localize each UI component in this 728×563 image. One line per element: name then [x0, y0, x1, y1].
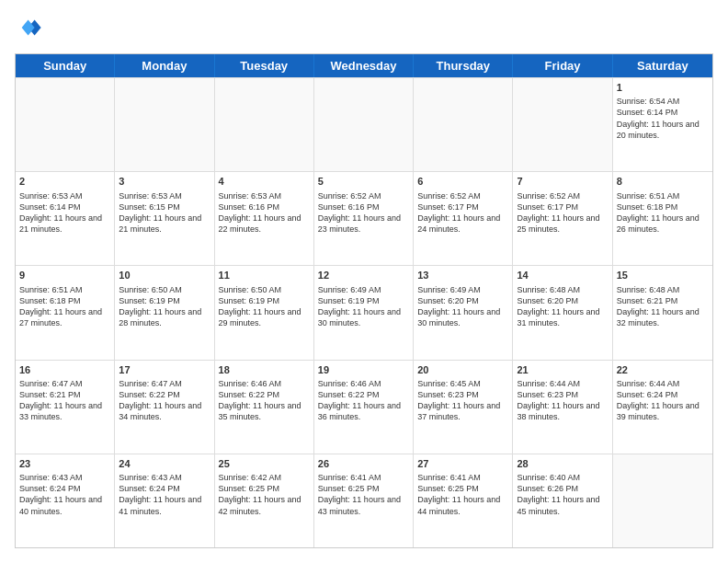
day-number: 10: [119, 269, 210, 282]
day-number: 9: [19, 269, 110, 282]
cal-cell-3-5: 13Sunrise: 6:49 AM Sunset: 6:20 PM Dayli…: [414, 266, 513, 359]
day-number: 1: [617, 81, 709, 94]
day-info: Sunrise: 6:47 AM Sunset: 6:21 PM Dayligh…: [19, 378, 110, 423]
cal-cell-1-5: [414, 78, 513, 171]
day-info: Sunrise: 6:45 AM Sunset: 6:23 PM Dayligh…: [417, 378, 508, 423]
cal-cell-3-6: 14Sunrise: 6:48 AM Sunset: 6:20 PM Dayli…: [513, 266, 612, 359]
cal-cell-5-4: 26Sunrise: 6:41 AM Sunset: 6:25 PM Dayli…: [314, 454, 414, 547]
calendar-page: SundayMondayTuesdayWednesdayThursdayFrid…: [0, 0, 728, 563]
day-number: 4: [219, 175, 310, 188]
day-info: Sunrise: 6:49 AM Sunset: 6:19 PM Dayligh…: [318, 284, 409, 329]
cal-cell-5-7: [613, 454, 712, 547]
day-info: Sunrise: 6:43 AM Sunset: 6:24 PM Dayligh…: [19, 472, 110, 517]
day-info: Sunrise: 6:53 AM Sunset: 6:16 PM Dayligh…: [219, 190, 310, 236]
day-number: 15: [617, 269, 709, 282]
day-number: 2: [19, 175, 110, 188]
cal-cell-3-7: 15Sunrise: 6:48 AM Sunset: 6:21 PM Dayli…: [613, 266, 712, 359]
weekday-header-tuesday: Tuesday: [215, 54, 314, 77]
day-number: 14: [517, 269, 608, 282]
weekday-header-friday: Friday: [513, 54, 612, 77]
cal-cell-2-2: 3Sunrise: 6:53 AM Sunset: 6:15 PM Daylig…: [115, 172, 214, 265]
day-info: Sunrise: 6:52 AM Sunset: 6:17 PM Dayligh…: [417, 190, 508, 236]
day-number: 26: [318, 457, 409, 470]
day-number: 24: [119, 457, 210, 470]
cal-cell-2-6: 7Sunrise: 6:52 AM Sunset: 6:17 PM Daylig…: [513, 172, 612, 265]
day-number: 8: [617, 175, 709, 188]
day-info: Sunrise: 6:43 AM Sunset: 6:24 PM Dayligh…: [119, 472, 210, 517]
day-number: 12: [318, 269, 409, 282]
weekday-header-monday: Monday: [115, 54, 214, 77]
cal-cell-5-6: 28Sunrise: 6:40 AM Sunset: 6:26 PM Dayli…: [513, 454, 612, 547]
cal-cell-4-7: 22Sunrise: 6:44 AM Sunset: 6:24 PM Dayli…: [613, 361, 712, 454]
cal-cell-3-3: 11Sunrise: 6:50 AM Sunset: 6:19 PM Dayli…: [215, 266, 314, 359]
day-info: Sunrise: 6:40 AM Sunset: 6:26 PM Dayligh…: [517, 472, 608, 517]
calendar-header: SundayMondayTuesdayWednesdayThursdayFrid…: [16, 54, 712, 77]
logo: [15, 15, 46, 44]
day-number: 16: [19, 363, 110, 376]
day-info: Sunrise: 6:54 AM Sunset: 6:14 PM Dayligh…: [617, 96, 709, 141]
day-number: 18: [219, 363, 310, 376]
day-info: Sunrise: 6:41 AM Sunset: 6:25 PM Dayligh…: [318, 472, 409, 517]
day-info: Sunrise: 6:47 AM Sunset: 6:22 PM Dayligh…: [119, 378, 210, 423]
cal-cell-2-4: 5Sunrise: 6:52 AM Sunset: 6:16 PM Daylig…: [314, 172, 414, 265]
day-number: 25: [219, 457, 310, 470]
day-info: Sunrise: 6:50 AM Sunset: 6:19 PM Dayligh…: [119, 284, 210, 329]
day-info: Sunrise: 6:51 AM Sunset: 6:18 PM Dayligh…: [19, 284, 110, 329]
week-row-1: 1Sunrise: 6:54 AM Sunset: 6:14 PM Daylig…: [16, 77, 712, 171]
day-number: 11: [219, 269, 310, 282]
cal-cell-2-7: 8Sunrise: 6:51 AM Sunset: 6:18 PM Daylig…: [613, 172, 712, 265]
cal-cell-4-6: 21Sunrise: 6:44 AM Sunset: 6:23 PM Dayli…: [513, 361, 612, 454]
day-number: 3: [119, 175, 210, 188]
cal-cell-2-3: 4Sunrise: 6:53 AM Sunset: 6:16 PM Daylig…: [215, 172, 314, 265]
day-number: 27: [417, 457, 508, 470]
day-number: 21: [517, 363, 608, 376]
cal-cell-3-2: 10Sunrise: 6:50 AM Sunset: 6:19 PM Dayli…: [115, 266, 214, 359]
calendar-body: 1Sunrise: 6:54 AM Sunset: 6:14 PM Daylig…: [16, 77, 712, 547]
cal-cell-1-3: [215, 78, 314, 171]
cal-cell-4-1: 16Sunrise: 6:47 AM Sunset: 6:21 PM Dayli…: [16, 361, 115, 454]
header: [15, 15, 713, 44]
day-number: 6: [417, 175, 508, 188]
cal-cell-3-1: 9Sunrise: 6:51 AM Sunset: 6:18 PM Daylig…: [16, 266, 115, 359]
day-info: Sunrise: 6:44 AM Sunset: 6:24 PM Dayligh…: [617, 378, 709, 423]
logo-icon: [17, 15, 42, 40]
day-number: 19: [318, 363, 409, 376]
day-number: 28: [517, 457, 608, 470]
cal-cell-5-2: 24Sunrise: 6:43 AM Sunset: 6:24 PM Dayli…: [115, 454, 214, 547]
day-info: Sunrise: 6:41 AM Sunset: 6:25 PM Dayligh…: [417, 472, 508, 517]
cal-cell-1-1: [16, 78, 115, 171]
week-row-2: 2Sunrise: 6:53 AM Sunset: 6:14 PM Daylig…: [16, 171, 712, 265]
cal-cell-2-1: 2Sunrise: 6:53 AM Sunset: 6:14 PM Daylig…: [16, 172, 115, 265]
day-number: 5: [318, 175, 409, 188]
cal-cell-4-4: 19Sunrise: 6:46 AM Sunset: 6:22 PM Dayli…: [314, 361, 414, 454]
cal-cell-1-2: [115, 78, 214, 171]
weekday-header-sunday: Sunday: [16, 54, 115, 77]
day-number: 7: [517, 175, 608, 188]
week-row-3: 9Sunrise: 6:51 AM Sunset: 6:18 PM Daylig…: [16, 265, 712, 359]
week-row-4: 16Sunrise: 6:47 AM Sunset: 6:21 PM Dayli…: [16, 360, 712, 454]
day-number: 17: [119, 363, 210, 376]
calendar: SundayMondayTuesdayWednesdayThursdayFrid…: [15, 53, 713, 548]
day-info: Sunrise: 6:51 AM Sunset: 6:18 PM Dayligh…: [617, 190, 709, 236]
cal-cell-5-5: 27Sunrise: 6:41 AM Sunset: 6:25 PM Dayli…: [414, 454, 513, 547]
cal-cell-5-3: 25Sunrise: 6:42 AM Sunset: 6:25 PM Dayli…: [215, 454, 314, 547]
day-number: 23: [19, 457, 110, 470]
day-info: Sunrise: 6:48 AM Sunset: 6:21 PM Dayligh…: [617, 284, 709, 329]
day-info: Sunrise: 6:46 AM Sunset: 6:22 PM Dayligh…: [219, 378, 310, 423]
day-number: 13: [417, 269, 508, 282]
day-info: Sunrise: 6:53 AM Sunset: 6:14 PM Dayligh…: [19, 190, 110, 236]
day-info: Sunrise: 6:52 AM Sunset: 6:17 PM Dayligh…: [517, 190, 608, 236]
cal-cell-4-5: 20Sunrise: 6:45 AM Sunset: 6:23 PM Dayli…: [414, 361, 513, 454]
weekday-header-thursday: Thursday: [414, 54, 513, 77]
day-info: Sunrise: 6:49 AM Sunset: 6:20 PM Dayligh…: [417, 284, 508, 329]
day-number: 22: [617, 363, 709, 376]
day-info: Sunrise: 6:46 AM Sunset: 6:22 PM Dayligh…: [318, 378, 409, 423]
weekday-header-saturday: Saturday: [613, 54, 712, 77]
day-number: 20: [417, 363, 508, 376]
week-row-5: 23Sunrise: 6:43 AM Sunset: 6:24 PM Dayli…: [16, 454, 712, 547]
day-info: Sunrise: 6:50 AM Sunset: 6:19 PM Dayligh…: [219, 284, 310, 329]
cal-cell-3-4: 12Sunrise: 6:49 AM Sunset: 6:19 PM Dayli…: [314, 266, 414, 359]
day-info: Sunrise: 6:52 AM Sunset: 6:16 PM Dayligh…: [318, 190, 409, 236]
day-info: Sunrise: 6:44 AM Sunset: 6:23 PM Dayligh…: [517, 378, 608, 423]
day-info: Sunrise: 6:42 AM Sunset: 6:25 PM Dayligh…: [219, 472, 310, 517]
